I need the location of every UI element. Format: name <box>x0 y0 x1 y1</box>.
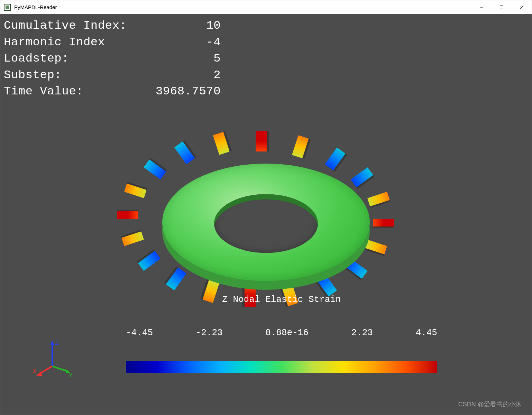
axis-z-label: Z <box>55 340 59 347</box>
overlay-row: Cumulative Index: 10 <box>4 18 221 34</box>
overlay-row: Loadstep: 5 <box>4 50 221 67</box>
blade <box>144 159 166 179</box>
axis-y-label: Y <box>69 372 73 379</box>
watermark: CSDN @爱看书的小沐 <box>458 400 521 408</box>
blade <box>351 167 373 187</box>
blade <box>174 141 195 164</box>
blade <box>124 184 147 198</box>
legend-tick: 2.23 <box>351 328 373 338</box>
axis-gizmo[interactable]: Z Y X <box>31 339 73 380</box>
overlay-row: Substep: 2 <box>4 67 221 84</box>
titlebar[interactable]: PyMAPDL-Reader <box>0 0 532 14</box>
blade <box>138 251 160 271</box>
render-viewport[interactable]: Cumulative Index: 10Harmonic Index -4Loa… <box>0 14 532 415</box>
blade <box>365 240 387 254</box>
minimize-button[interactable] <box>471 0 492 14</box>
legend-tick: -4.45 <box>126 328 153 338</box>
svg-marker-5 <box>51 340 54 345</box>
maximize-button[interactable] <box>492 0 512 14</box>
svg-line-6 <box>52 366 68 371</box>
colorbar <box>126 361 437 373</box>
color-legend: Z Nodal Elastic Strain -4.45-2.238.88e-1… <box>126 274 437 394</box>
blade <box>292 135 309 158</box>
legend-ticks: -4.45-2.238.88e-162.234.45 <box>126 328 437 338</box>
window-title: PyMAPDL-Reader <box>14 4 471 10</box>
blade <box>256 131 267 151</box>
blade <box>121 232 144 246</box>
info-overlay: Cumulative Index: 10Harmonic Index -4Loa… <box>4 18 221 100</box>
legend-tick: -2.23 <box>196 328 223 338</box>
svg-rect-1 <box>500 6 503 9</box>
overlay-row: Time Value: 3968.7570 <box>4 83 221 100</box>
blade <box>373 219 394 227</box>
svg-marker-9 <box>36 371 42 376</box>
legend-tick: 8.88e-16 <box>265 328 309 338</box>
legend-title: Z Nodal Elastic Strain <box>126 294 437 305</box>
axis-x-label: X <box>33 368 37 375</box>
close-button[interactable] <box>512 0 532 14</box>
minimize-icon <box>479 5 484 9</box>
maximize-icon <box>499 5 504 9</box>
blade <box>117 211 138 219</box>
blade <box>367 192 390 206</box>
legend-tick: 4.45 <box>416 328 437 338</box>
blade <box>325 148 346 170</box>
overlay-row: Harmonic Index -4 <box>4 34 221 51</box>
blade <box>213 132 230 155</box>
close-icon <box>520 5 524 9</box>
ring-mesh <box>162 164 370 281</box>
window-controls <box>471 0 532 14</box>
app-window: PyMAPDL-Reader Cumulative Index: 10Harmo… <box>0 0 532 415</box>
app-icon <box>4 4 11 11</box>
